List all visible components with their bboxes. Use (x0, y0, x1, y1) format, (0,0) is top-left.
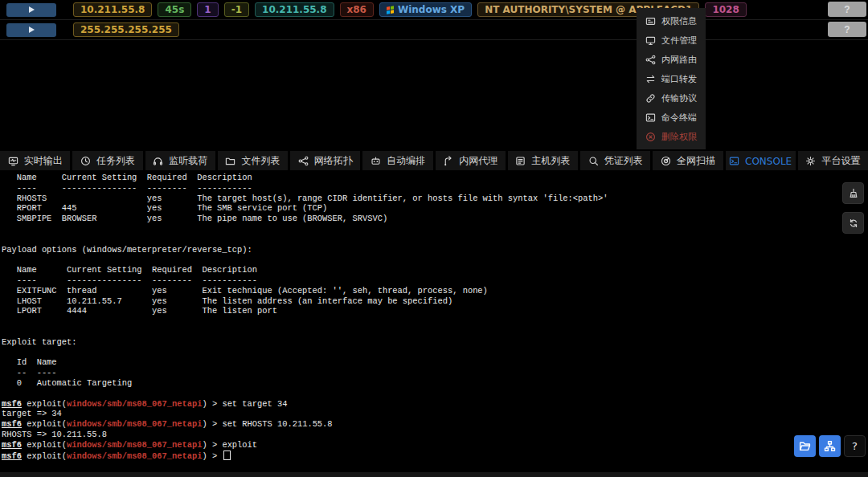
swap-arrows-icon (645, 74, 656, 84)
menu-item-intranet-route[interactable]: 内网路由 (637, 50, 706, 69)
share-nodes-icon (645, 55, 656, 65)
tab-file-list[interactable]: 文件列表 (218, 151, 288, 171)
clear-console-button[interactable] (842, 182, 864, 204)
monitor-pulse-icon (8, 156, 18, 166)
tab-network-topology[interactable]: 网络拓扑 (290, 151, 360, 171)
menu-item-label: 文件管理 (661, 35, 697, 47)
menu-item-permission-info[interactable]: 权限信息 (637, 11, 706, 31)
command-text: exploit (222, 440, 257, 450)
prompt-text: exploit( (22, 440, 67, 450)
module-path: windows/smb/ms08_067_netapi (67, 451, 202, 461)
folder-open-icon (799, 440, 811, 452)
tab-listener-payload[interactable]: 监听载荷 (145, 151, 215, 171)
session-latency-badge: 45s (158, 2, 191, 17)
session-row: 255.255.255.255 ? (0, 20, 868, 40)
console-output-line: target => 34 (0, 409, 868, 419)
help-button[interactable]: ? (844, 435, 866, 457)
network-graph-button[interactable] (819, 435, 841, 457)
tab-label: CONSOLE (745, 156, 792, 167)
circle-x-icon (645, 132, 656, 142)
console-prompt-line: msf6 exploit(windows/smb/ms08_067_netapi… (0, 440, 868, 450)
menu-item-transfer-protocol[interactable]: 传输协议 (637, 88, 706, 108)
console-prompt-line: msf6 exploit(windows/smb/ms08_067_netapi… (0, 399, 868, 410)
module-path: windows/smb/ms08_067_netapi (67, 399, 202, 409)
radar-icon (661, 156, 671, 166)
menu-item-file-manager[interactable]: 文件管理 (637, 31, 706, 50)
console-panel: Name Current Setting Required Descriptio… (0, 170, 868, 477)
session-host-ip-badge: 10.211.55.8 (255, 2, 334, 17)
tab-realtime-output[interactable]: 实时输出 (0, 151, 70, 171)
tab-credential-list[interactable]: 凭证列表 (580, 151, 650, 171)
command-text: set target 34 (222, 399, 287, 409)
terminal-icon (645, 112, 656, 123)
prompt-text: ) > (202, 451, 222, 461)
tab-intranet-proxy[interactable]: 内网代理 (436, 151, 506, 171)
tab-console[interactable]: CONSOLE (726, 151, 796, 171)
output-text: RHOSTS => 10.211.55.8 (2, 430, 107, 439)
session-count-badge: -1 (224, 2, 249, 17)
module-path: windows/smb/ms08_067_netapi (67, 419, 202, 429)
console-prompt-line[interactable]: msf6 exploit(windows/smb/ms08_067_netapi… (0, 450, 868, 462)
tab-task-list[interactable]: 任务列表 (72, 151, 142, 171)
session-row: 10.211.55.8 45s 1 -1 10.211.55.8 x86 Win… (0, 0, 868, 20)
link-icon (645, 93, 656, 104)
console-prompt-line: msf6 exploit(windows/smb/ms08_067_netapi… (0, 419, 868, 430)
session-run-button[interactable] (6, 23, 56, 37)
tab-network-scan[interactable]: 全网扫描 (653, 151, 723, 171)
session-arch-badge: x86 (340, 2, 374, 17)
tab-platform-settings[interactable]: 平台设置 (798, 151, 868, 171)
session-ip-badge: 255.255.255.255 (73, 22, 179, 37)
msf-prompt: msf6 (2, 440, 22, 450)
prompt-text: ) > (202, 419, 222, 429)
console-output-block: Name Current Setting Required Descriptio… (0, 170, 868, 399)
loop-icon (848, 218, 859, 229)
menu-item-label: 端口转发 (661, 73, 697, 85)
headphones-icon (153, 156, 163, 166)
menu-item-label: 命令终端 (661, 112, 697, 124)
windows-logo-icon (387, 6, 394, 14)
menu-item-label: 内网路由 (661, 54, 697, 66)
module-path: windows/smb/ms08_067_netapi (67, 440, 202, 450)
session-context-menu: 权限信息 文件管理 内网路由 端口转发 传输协议 命令终端 删除权限 (637, 8, 706, 149)
tab-label: 全网扫描 (677, 154, 715, 168)
tab-label: 文件列表 (241, 154, 280, 168)
msf-prompt: msf6 (2, 419, 22, 429)
prompt-text: exploit( (22, 399, 67, 409)
tab-host-list[interactable]: 主机列表 (508, 151, 578, 171)
tab-label: 任务列表 (96, 154, 135, 168)
msf-prompt: msf6 (2, 451, 22, 461)
bottom-strip (0, 472, 868, 477)
id-card-icon (645, 16, 656, 26)
menu-item-delete-permission[interactable]: 删除权限 (637, 127, 706, 146)
menu-item-command-terminal[interactable]: 命令终端 (637, 108, 706, 127)
command-text: set RHOSTS 10.211.55.8 (222, 419, 332, 429)
robot-icon (371, 156, 381, 166)
file-browser-button[interactable] (794, 435, 816, 457)
session-run-button[interactable] (6, 3, 56, 17)
tab-label: 主机列表 (531, 154, 570, 168)
folder-icon (225, 156, 235, 166)
session-pid-badge: 1028 (705, 2, 746, 17)
terminal-icon (729, 156, 739, 166)
menu-item-port-forward[interactable]: 端口转发 (637, 69, 706, 88)
host-list-icon (515, 156, 526, 166)
tab-auto-orchestration[interactable]: 自动编排 (362, 151, 432, 171)
console-cursor (223, 450, 231, 460)
session-ip-badge: 10.211.55.8 (73, 2, 152, 17)
session-help-button[interactable]: ? (828, 2, 866, 17)
prompt-text: exploit( (22, 451, 67, 461)
sitemap-icon (824, 440, 836, 452)
search-icon (588, 156, 599, 166)
prompt-text: exploit( (22, 419, 67, 429)
menu-item-label: 权限信息 (661, 15, 697, 27)
console-corner-tools: ? (794, 435, 866, 457)
clock-icon (80, 156, 91, 166)
menu-item-label: 删除权限 (661, 131, 697, 143)
os-label: Windows XP (398, 4, 465, 15)
gear-icon (805, 156, 816, 166)
session-help-button[interactable]: ? (828, 22, 866, 37)
autoscroll-toggle-button[interactable] (842, 212, 864, 234)
msf-prompt: msf6 (2, 399, 22, 409)
play-icon (29, 26, 35, 33)
proxy-route-icon (443, 156, 453, 166)
